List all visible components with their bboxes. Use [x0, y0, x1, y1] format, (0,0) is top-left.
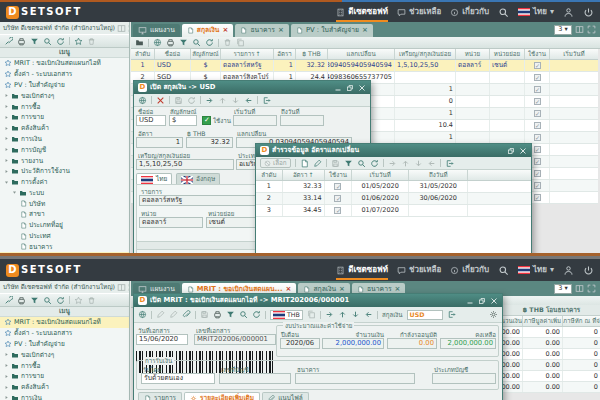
col-rate[interactable]: อัตรา [274, 49, 296, 59]
amount-row[interactable]: 000.000.000 [503, 360, 600, 371]
amount-row[interactable]: 000.000.000 [503, 349, 600, 360]
code-field[interactable]: USD [136, 115, 166, 126]
search-icon[interactable] [498, 265, 509, 276]
menu-about[interactable]: เกี่ยวกับ [450, 260, 489, 280]
close-icon[interactable] [519, 147, 527, 155]
filter-icon[interactable] [30, 296, 39, 305]
item-currency-selected[interactable]: สกุลเงิน [0, 252, 129, 253]
edit-doc-icon[interactable] [169, 310, 178, 319]
expand-icon[interactable] [128, 283, 130, 292]
close-icon[interactable] [490, 297, 498, 305]
refresh-icon[interactable] [187, 96, 196, 105]
close-icon[interactable] [358, 84, 366, 92]
copy-icon[interactable] [307, 310, 316, 319]
col-startdate[interactable]: เริ่มวันที่ [550, 49, 598, 59]
star-icon[interactable] [74, 37, 83, 46]
cancel-edit-icon[interactable] [156, 96, 165, 105]
receive-by-field[interactable]: รับด้วยตนเอง [141, 373, 215, 384]
arrow-down-icon[interactable] [231, 96, 240, 105]
item-country[interactable]: ประเทศ [0, 231, 129, 242]
col-code[interactable]: ชื่อย่อ [155, 49, 191, 59]
attach-icon[interactable] [182, 310, 191, 319]
power-icon[interactable] [583, 265, 594, 276]
active-check[interactable]: ใช้งาน [202, 116, 231, 125]
active-checkbox[interactable] [534, 146, 541, 153]
refresh-icon[interactable] [252, 310, 261, 319]
col-wht[interactable]: ภาษีหัก ณ ที่จ่าย [563, 316, 600, 326]
end-date-field[interactable] [280, 115, 324, 126]
language-selector[interactable]: ไทย▾ [518, 265, 554, 275]
active-checkbox[interactable] [534, 74, 541, 81]
active-checkbox[interactable] [534, 122, 541, 129]
active-checkbox[interactable] [534, 182, 541, 189]
arrow-left-icon[interactable] [364, 310, 373, 319]
printer-icon[interactable] [166, 38, 175, 47]
expand-icon[interactable] [128, 24, 130, 33]
bank-field[interactable] [295, 373, 415, 384]
fav-mrit-selected[interactable]: MRIT : ขอเบิกเงินสดแผนกไอที [0, 317, 129, 328]
menu-about[interactable]: เกี่ยวกับ [450, 2, 489, 22]
user-icon[interactable] [563, 7, 574, 18]
account-field[interactable] [219, 373, 291, 384]
col-active[interactable]: ใช้งาน [325, 170, 353, 180]
arrow-right-icon[interactable] [205, 96, 214, 105]
tab-bank[interactable]: ธนาคาร× [235, 24, 289, 37]
folder-usage-history[interactable]: ประวัติการใช้งาน [0, 166, 129, 177]
search-icon[interactable] [43, 37, 52, 46]
col-start[interactable]: เริ่มวันที่ [352, 170, 409, 180]
arrow-right-icon[interactable] [388, 159, 397, 168]
folder-finance[interactable]: การเงิน [0, 134, 129, 145]
col-subunit[interactable]: หน่วยย่อย [490, 49, 525, 59]
search-icon[interactable] [192, 38, 201, 47]
exit-icon[interactable] [262, 96, 271, 105]
folder-purchasing[interactable]: การซื้อ [0, 360, 129, 371]
folder-sales[interactable]: การขาย [0, 371, 129, 382]
minimize-icon[interactable] [466, 297, 474, 305]
month-field[interactable]: 2020/06 [280, 338, 320, 349]
fav-mrit[interactable]: MRIT : ขอเบิกเงินสดแผนกไอที [0, 58, 129, 69]
arrow-up-icon[interactable] [218, 96, 227, 105]
arrow-up-icon[interactable] [401, 159, 410, 168]
refresh-icon[interactable] [56, 37, 65, 46]
folder-system[interactable]: ระบบ [0, 188, 129, 199]
power-icon[interactable] [583, 7, 594, 18]
item-branch[interactable]: สาขา [0, 209, 129, 220]
globe-icon[interactable] [153, 38, 162, 47]
arrow-left-icon[interactable] [427, 159, 436, 168]
expand-icon[interactable] [587, 284, 596, 293]
active-checkbox[interactable] [534, 98, 541, 105]
folder-inventory[interactable]: คลังสินค้า [0, 123, 129, 134]
folder-settings[interactable]: การตั้งค่า [0, 177, 129, 188]
wrench-icon[interactable] [4, 37, 13, 46]
start-date-field[interactable] [233, 115, 277, 126]
col-unit[interactable]: หน่วย [456, 49, 490, 59]
amount-row[interactable]: 000.000.000 [503, 382, 600, 393]
user-icon[interactable] [563, 265, 574, 276]
edit-icon[interactable] [156, 310, 165, 319]
doc-date-field[interactable]: 15/06/2020 [136, 334, 188, 345]
exit-icon[interactable] [445, 159, 454, 168]
col-symbol[interactable]: สัญลักษณ์ [191, 49, 221, 59]
symbol-field[interactable]: $ [169, 115, 197, 126]
col-no[interactable]: ลำดับ [131, 49, 155, 59]
filter-icon[interactable] [226, 310, 235, 319]
active-checkbox[interactable] [534, 194, 541, 201]
trash-icon[interactable] [87, 37, 96, 46]
printer-icon[interactable] [213, 310, 222, 319]
folder-reports[interactable]: รายงาน [0, 155, 129, 166]
fav-doc-settings[interactable]: ตั้งค่า - ระบบเอกสาร [0, 69, 129, 80]
col-vat[interactable]: ภาษีมูลค่าเพิ่ม [523, 316, 563, 326]
wrench-icon[interactable] [4, 296, 13, 305]
currency-field[interactable]: USD [407, 310, 443, 320]
tab-details-active[interactable]: รายละเอียดเพิ่มเติม [184, 392, 260, 400]
split-icon[interactable] [575, 25, 584, 34]
folder-open-icon[interactable] [135, 38, 144, 47]
menu-help[interactable]: ช่วยเหลือ [397, 260, 441, 280]
rate-row[interactable]: 233.1401/06/202030/06/2020 [256, 193, 531, 205]
refresh-icon[interactable] [370, 159, 379, 168]
arrow-up-icon[interactable] [338, 310, 347, 319]
folder-inventory[interactable]: คลังสินค้า [0, 382, 129, 393]
active-checkbox[interactable] [534, 170, 541, 177]
minimize-icon[interactable] [334, 84, 342, 92]
coins-field[interactable]: 1,5,10,25,50 [136, 159, 234, 170]
